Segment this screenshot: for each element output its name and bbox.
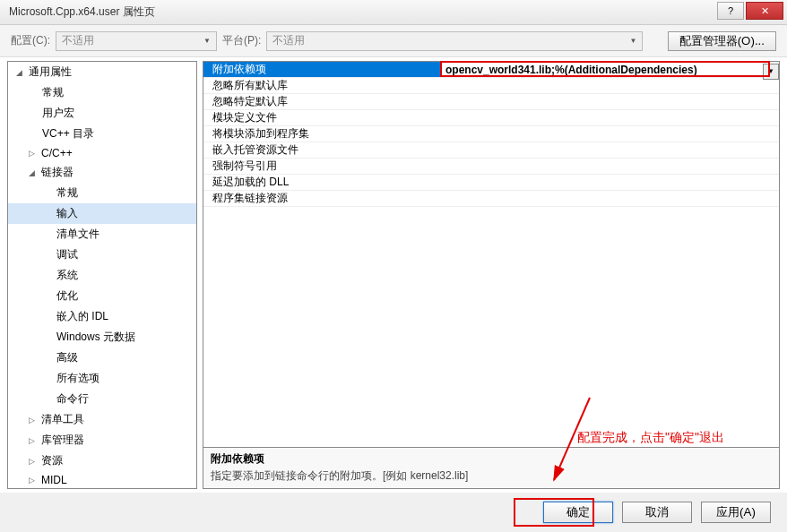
tree-item[interactable]: 常规 <box>8 183 196 203</box>
description-panel: 附加依赖项 指定要添加到链接命令行的附加项。[例如 kernel32.lib] <box>203 448 780 489</box>
tree-item-label: 清单工具 <box>39 411 86 428</box>
tree-item-label: 高级 <box>55 349 80 366</box>
property-row[interactable]: 程序集链接资源 <box>203 191 779 207</box>
chevron-down-icon: ▼ <box>629 37 636 45</box>
tree-item[interactable]: 高级 <box>8 348 196 368</box>
tree-item[interactable]: ▷库管理器 <box>8 430 196 450</box>
tree-item-label: 系统 <box>55 267 80 284</box>
tree-item-label: VC++ 目录 <box>40 125 96 142</box>
property-row[interactable]: 强制符号引用 <box>203 159 779 175</box>
apply-button[interactable]: 应用(A) <box>701 502 771 523</box>
property-name: 程序集链接资源 <box>203 191 440 206</box>
tree-item-label: 嵌入的 IDL <box>55 308 110 325</box>
tree-item-label: 链接器 <box>39 164 75 181</box>
property-name: 延迟加载的 DLL <box>203 175 440 190</box>
property-name: 将模块添加到程序集 <box>203 126 440 142</box>
tree-item[interactable]: ▷清单工具 <box>8 409 196 430</box>
tree-item-label: 调试 <box>55 246 80 263</box>
property-row[interactable]: 忽略特定默认库 <box>203 94 779 110</box>
tree-item[interactable]: ◢链接器 <box>8 162 196 183</box>
tree-item-label: MIDL <box>39 473 69 487</box>
property-name: 附加依赖项 <box>203 62 440 77</box>
tree-item[interactable]: 所有选项 <box>8 368 196 389</box>
titlebar-buttons: ? ✕ <box>717 2 783 20</box>
platform-label: 平台(P): <box>222 33 261 48</box>
tree-item[interactable]: 常规 <box>8 82 196 103</box>
tree-item-label: 用户宏 <box>40 105 76 122</box>
tree-item-label: 库管理器 <box>39 432 86 449</box>
tree-item[interactable]: ▷资源 <box>8 450 196 471</box>
tree-panel: ◢ 通用属性 常规用户宏VC++ 目录▷C/C++◢链接器常规输入清单文件调试系… <box>7 61 197 489</box>
tree-root[interactable]: ◢ 通用属性 <box>8 62 196 82</box>
config-label: 配置(C): <box>11 33 50 48</box>
collapse-icon[interactable]: ◢ <box>13 67 24 78</box>
toolbar: 配置(C): 不适用 ▼ 平台(P): 不适用 ▼ 配置管理器(O)... <box>0 25 787 57</box>
tree-item[interactable]: 清单文件 <box>8 224 196 245</box>
tree-item-label: 命令行 <box>55 390 91 408</box>
tree-item-label: 优化 <box>55 287 80 305</box>
window-title: Microsoft.Cpp.x64.user 属性页 <box>9 4 155 20</box>
property-row[interactable]: 嵌入托管资源文件 <box>203 142 779 159</box>
desc-text: 指定要添加到链接命令行的附加项。[例如 kernel32.lib] <box>211 468 772 484</box>
button-bar: 确定 取消 应用(A) <box>0 493 787 532</box>
property-row[interactable]: 延迟加载的 DLL <box>203 175 779 191</box>
dropdown-button[interactable]: ▼ <box>763 64 779 80</box>
collapse-icon[interactable]: ◢ <box>26 167 37 178</box>
platform-combo[interactable]: 不适用 ▼ <box>266 31 643 51</box>
annotation-text: 配置完成，点击"确定"退出 <box>577 430 724 446</box>
property-value[interactable]: opencv_world341.lib;%(AdditionalDependen… <box>440 64 779 76</box>
tree-item[interactable]: 输入 <box>8 203 196 224</box>
property-row[interactable]: 将模块添加到程序集 <box>203 126 779 142</box>
config-combo[interactable]: 不适用 ▼ <box>56 31 217 51</box>
property-row[interactable]: 模块定义文件 <box>203 110 779 126</box>
property-row[interactable]: 附加依赖项opencv_world341.lib;%(AdditionalDep… <box>203 62 779 78</box>
property-name: 强制符号引用 <box>203 159 440 174</box>
property-name: 模块定义文件 <box>203 110 440 125</box>
expand-icon[interactable]: ▷ <box>26 415 37 425</box>
tree-item[interactable]: 调试 <box>8 245 196 265</box>
property-name: 忽略所有默认库 <box>203 78 440 93</box>
tree-item-label: Windows 元数据 <box>55 329 137 346</box>
expand-icon[interactable]: ▷ <box>26 456 37 467</box>
config-manager-button[interactable]: 配置管理器(O)... <box>668 31 776 51</box>
ok-button[interactable]: 确定 <box>543 502 613 523</box>
expand-icon[interactable]: ▷ <box>26 475 37 485</box>
tree-item[interactable]: VC++ 目录 <box>8 124 196 144</box>
expand-icon[interactable]: ▷ <box>26 148 37 159</box>
tree-item-label: 资源 <box>39 452 65 469</box>
tree-item[interactable]: ▷MIDL <box>8 471 196 489</box>
tree-item[interactable]: Windows 元数据 <box>8 327 196 348</box>
tree-item-label: 所有选项 <box>55 370 101 387</box>
tree-item-label: C/C++ <box>39 146 74 160</box>
tree-item-label: 常规 <box>55 184 80 202</box>
help-button[interactable]: ? <box>717 2 744 20</box>
tree-item[interactable]: ▷C/C++ <box>8 144 196 162</box>
close-button[interactable]: ✕ <box>746 2 783 20</box>
tree-item[interactable]: 命令行 <box>8 389 196 409</box>
chevron-down-icon: ▼ <box>203 37 211 45</box>
cancel-button[interactable]: 取消 <box>622 502 692 523</box>
expand-icon[interactable]: ▷ <box>26 435 37 446</box>
desc-title: 附加依赖项 <box>211 451 772 467</box>
property-row[interactable]: 忽略所有默认库 <box>203 78 779 94</box>
tree-item[interactable]: 用户宏 <box>8 103 196 124</box>
titlebar: Microsoft.Cpp.x64.user 属性页 ? ✕ <box>0 0 787 25</box>
tree-item[interactable]: 系统 <box>8 265 196 286</box>
tree-item-label: 常规 <box>40 84 65 101</box>
property-name: 忽略特定默认库 <box>203 94 440 109</box>
tree-item[interactable]: 嵌入的 IDL <box>8 306 196 327</box>
tree-item-label: 输入 <box>55 205 80 222</box>
property-name: 嵌入托管资源文件 <box>203 142 440 158</box>
tree-item-label: 清单文件 <box>55 226 101 243</box>
tree-item[interactable]: 优化 <box>8 286 196 306</box>
property-grid: 附加依赖项opencv_world341.lib;%(AdditionalDep… <box>203 61 780 448</box>
